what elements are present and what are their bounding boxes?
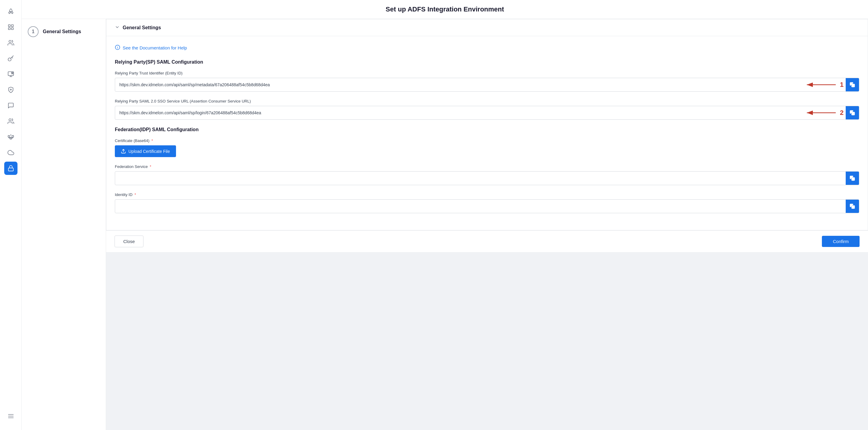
certificate-required: *	[152, 138, 153, 143]
step-1: 1 General Settings	[28, 26, 100, 37]
svg-rect-3	[8, 28, 10, 30]
svg-point-9	[10, 89, 11, 90]
page-title: Set up ADFS Integration Environment	[22, 5, 868, 13]
section-title: General Settings	[123, 25, 161, 30]
sidebar-item-integrations[interactable]	[4, 130, 18, 144]
entity-id-input-row	[115, 78, 859, 92]
svg-rect-21	[852, 84, 855, 87]
sidebar-item-keys[interactable]	[4, 52, 18, 65]
doc-link[interactable]: See the Documentation for Help	[115, 45, 859, 51]
idp-config-title: Federation(IDP) SAML Configuration	[115, 127, 859, 133]
upload-certificate-button[interactable]: Upload Certificate File	[115, 145, 176, 157]
svg-point-10	[9, 119, 11, 121]
svg-rect-11	[8, 135, 10, 137]
step-1-circle: 1	[28, 26, 38, 37]
identity-id-copy-button[interactable]	[846, 200, 859, 213]
federation-service-copy-button[interactable]	[846, 172, 859, 185]
svg-rect-28	[852, 178, 855, 181]
sidebar-item-cloud[interactable]	[4, 146, 18, 159]
section-body: See the Documentation for Help Relying P…	[106, 36, 868, 230]
identity-id-field-group: Identity ID *	[115, 192, 859, 213]
sidebar-item-chat[interactable]	[4, 99, 18, 112]
svg-point-5	[9, 40, 11, 42]
section-header[interactable]: General Settings	[106, 19, 868, 36]
entity-id-annotation-wrapper: 1	[115, 78, 859, 92]
doc-link-text: See the Documentation for Help	[123, 45, 187, 50]
upload-btn-label: Upload Certificate File	[128, 149, 170, 154]
svg-rect-4	[11, 28, 13, 30]
svg-rect-24	[852, 112, 855, 115]
chevron-down-icon	[115, 25, 120, 30]
svg-point-0	[10, 11, 11, 12]
form-panel: General Settings See the Docum	[106, 19, 868, 430]
federation-service-input[interactable]	[115, 172, 846, 184]
sso-url-annotation-wrapper: 2	[115, 106, 859, 120]
svg-rect-12	[12, 135, 13, 137]
sp-config-title: Relying Party(SP) SAML Configuration	[115, 59, 859, 65]
steps-panel: 1 General Settings	[22, 19, 106, 430]
sidebar-item-rocket[interactable]	[4, 5, 18, 18]
sso-url-input-row	[115, 106, 859, 120]
entity-id-label: Relying Party Trust Identifier (Entity I…	[115, 71, 859, 76]
sidebar-item-shield[interactable]	[4, 83, 18, 96]
certificate-label: Certificate (Base64) *	[115, 138, 859, 143]
svg-rect-29	[852, 206, 855, 209]
footer-bar: Close Confirm	[106, 230, 868, 252]
close-button[interactable]: Close	[115, 235, 144, 247]
sidebar-item-dashboard[interactable]	[4, 21, 18, 34]
sso-url-field-group: Relying Party SAML 2.0 SSO Service URL (…	[115, 99, 859, 120]
sso-url-label: Relying Party SAML 2.0 SSO Service URL (…	[115, 99, 859, 104]
entity-id-copy-button[interactable]	[846, 78, 859, 91]
sidebar	[0, 0, 22, 430]
sidebar-item-community[interactable]	[4, 115, 18, 128]
main-content: Set up ADFS Integration Environment 1 Ge…	[22, 0, 868, 430]
step-1-label: General Settings	[43, 29, 81, 34]
sidebar-item-monitor[interactable]	[4, 67, 18, 81]
federation-service-input-row	[115, 171, 859, 185]
svg-rect-13	[10, 138, 12, 139]
page-header: Set up ADFS Integration Environment	[22, 0, 868, 19]
entity-id-field-group: Relying Party Trust Identifier (Entity I…	[115, 71, 859, 92]
federation-service-field-group: Federation Service *	[115, 164, 859, 185]
svg-rect-14	[8, 168, 13, 171]
svg-rect-2	[11, 25, 13, 27]
general-settings-card: General Settings See the Docum	[106, 19, 868, 230]
federation-service-label: Federation Service *	[115, 164, 859, 169]
entity-id-input[interactable]	[115, 79, 846, 91]
sso-url-copy-button[interactable]	[846, 106, 859, 119]
content-area: 1 General Settings General Settings	[22, 19, 868, 430]
svg-rect-1	[8, 25, 10, 27]
sidebar-item-security-active[interactable]	[4, 162, 18, 175]
identity-id-input-row	[115, 199, 859, 213]
confirm-button[interactable]: Confirm	[822, 236, 860, 247]
identity-id-label: Identity ID *	[115, 192, 859, 197]
sidebar-item-users[interactable]	[4, 36, 18, 50]
step-1-number: 1	[32, 29, 35, 34]
identity-id-input[interactable]	[115, 200, 846, 212]
certificate-field-group: Certificate (Base64) * Upload Certificat…	[115, 138, 859, 157]
federation-service-required: *	[150, 164, 151, 169]
identity-id-required: *	[134, 192, 136, 197]
sidebar-item-menu[interactable]	[4, 409, 18, 423]
info-icon	[115, 45, 120, 51]
sso-url-input[interactable]	[115, 107, 846, 119]
